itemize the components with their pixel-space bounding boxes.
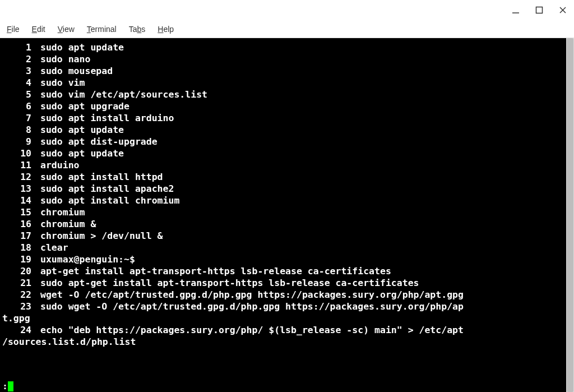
line-number: 18 — [0, 242, 31, 253]
line-text: sudo apt update — [31, 41, 124, 53]
history-line: 12sudo apt install httpd — [0, 171, 566, 183]
line-number: 21 — [0, 277, 31, 289]
line-number: 5 — [0, 89, 31, 100]
line-text: sudo apt dist-upgrade — [31, 136, 158, 147]
line-number: 2 — [0, 53, 31, 65]
history-line: 23sudo wget -O /etc/apt/trusted.gpg.d/ph… — [0, 301, 566, 312]
pager-prompt-colon: : — [2, 380, 8, 392]
line-text: sudo vim /etc/apt/sources.list — [31, 89, 207, 100]
terminal-area[interactable]: 1sudo apt update2sudo nano3sudo mousepad… — [0, 38, 574, 392]
line-number: 10 — [0, 147, 31, 159]
history-line: 3sudo mousepad — [0, 65, 566, 77]
history-line: 8sudo apt update — [0, 124, 566, 136]
line-text: arduino — [31, 159, 80, 171]
line-text: t.gpg — [0, 312, 30, 324]
line-number: 19 — [0, 253, 31, 265]
line-text: sudo apt install apache2 — [31, 183, 174, 195]
line-text: wget -O /etc/apt/trusted.gpg.d/php.gpg h… — [31, 289, 464, 301]
maximize-button[interactable] — [533, 3, 546, 17]
titlebar — [0, 0, 574, 20]
scroll-thumb[interactable] — [567, 38, 573, 392]
line-number: 8 — [0, 124, 31, 136]
menu-tabs[interactable]: Tabs — [127, 24, 148, 35]
svg-rect-1 — [536, 7, 543, 13]
history-line: 5sudo vim /etc/apt/sources.list — [0, 89, 566, 100]
line-text: sudo vim — [31, 77, 85, 89]
line-number: 9 — [0, 136, 31, 147]
history-line: 24echo "deb https://packages.sury.org/ph… — [0, 324, 566, 336]
history-line-wrap: t.gpg — [0, 312, 566, 324]
history-line: 11arduino — [0, 159, 566, 171]
menu-view[interactable]: View — [55, 24, 77, 35]
history-line: 18clear — [0, 242, 566, 253]
line-number: 22 — [0, 289, 31, 301]
scrollbar[interactable] — [566, 38, 574, 392]
line-text: /sources.list.d/php.list — [0, 336, 136, 348]
history-line: 13sudo apt install apache2 — [0, 183, 566, 195]
history-line: 1sudo apt update — [0, 41, 566, 53]
line-number: 16 — [0, 218, 31, 230]
line-text: chromium — [31, 206, 85, 218]
pager-prompt-row: : — [0, 380, 13, 392]
line-text: chromium > /dev/null & — [31, 230, 163, 242]
history-line: 22wget -O /etc/apt/trusted.gpg.d/php.gpg… — [0, 289, 566, 301]
history-line: 4sudo vim — [0, 77, 566, 89]
line-text: echo "deb https://packages.sury.org/php/… — [31, 324, 464, 336]
line-text: sudo apt update — [31, 147, 124, 159]
close-button[interactable] — [556, 3, 570, 17]
history-line: 20apt-get install apt-transport-https ls… — [0, 265, 566, 277]
cursor-icon — [8, 381, 13, 391]
line-number: 14 — [0, 195, 31, 206]
line-number: 13 — [0, 183, 31, 195]
line-number: 24 — [0, 324, 31, 336]
line-text: clear — [31, 242, 68, 253]
line-text: sudo apt-get install apt-transport-https… — [31, 277, 419, 289]
minimize-button[interactable] — [509, 3, 522, 17]
line-number: 12 — [0, 171, 31, 183]
history-line: 9sudo apt dist-upgrade — [0, 136, 566, 147]
line-number: 11 — [0, 159, 31, 171]
history-line-wrap: /sources.list.d/php.list — [0, 336, 566, 348]
line-text: sudo apt install arduino — [31, 112, 174, 124]
history-line: 10sudo apt update — [0, 147, 566, 159]
history-line: 6sudo apt upgrade — [0, 100, 566, 112]
history-line: 17chromium > /dev/null & — [0, 230, 566, 242]
history-line: 14sudo apt install chromium — [0, 195, 566, 206]
line-number: 6 — [0, 100, 31, 112]
line-text: chromium & — [31, 218, 96, 230]
menubar: File Edit View Terminal Tabs Help — [0, 20, 574, 38]
window-controls — [509, 3, 570, 17]
menu-file[interactable]: File — [4, 24, 22, 35]
history-line: 21sudo apt-get install apt-transport-htt… — [0, 277, 566, 289]
line-number: 4 — [0, 77, 31, 89]
menu-terminal[interactable]: Terminal — [85, 24, 119, 35]
history-line: 2sudo nano — [0, 53, 566, 65]
line-text: sudo apt install httpd — [31, 171, 163, 183]
line-number: 23 — [0, 301, 31, 312]
line-number: 7 — [0, 112, 31, 124]
line-text: sudo apt upgrade — [31, 100, 129, 112]
line-text: uxumax@penguin:~$ — [31, 253, 135, 265]
line-number: 20 — [0, 265, 31, 277]
line-text: sudo nano — [31, 53, 90, 65]
line-text: sudo mousepad — [31, 65, 113, 77]
line-number: 1 — [0, 41, 31, 53]
line-text: sudo apt install chromium — [31, 195, 179, 206]
line-text: apt-get install apt-transport-https lsb-… — [31, 265, 391, 277]
line-number: 15 — [0, 206, 31, 218]
terminal-content[interactable]: 1sudo apt update2sudo nano3sudo mousepad… — [0, 38, 566, 392]
history-line: 7sudo apt install arduino — [0, 112, 566, 124]
history-line: 15chromium — [0, 206, 566, 218]
menu-help[interactable]: Help — [155, 24, 176, 35]
line-number: 3 — [0, 65, 31, 77]
line-text: sudo wget -O /etc/apt/trusted.gpg.d/php.… — [31, 301, 464, 312]
line-number: 17 — [0, 230, 31, 242]
history-line: 16chromium & — [0, 218, 566, 230]
history-line: 19uxumax@penguin:~$ — [0, 253, 566, 265]
menu-edit[interactable]: Edit — [30, 24, 48, 35]
line-text: sudo apt update — [31, 124, 124, 136]
